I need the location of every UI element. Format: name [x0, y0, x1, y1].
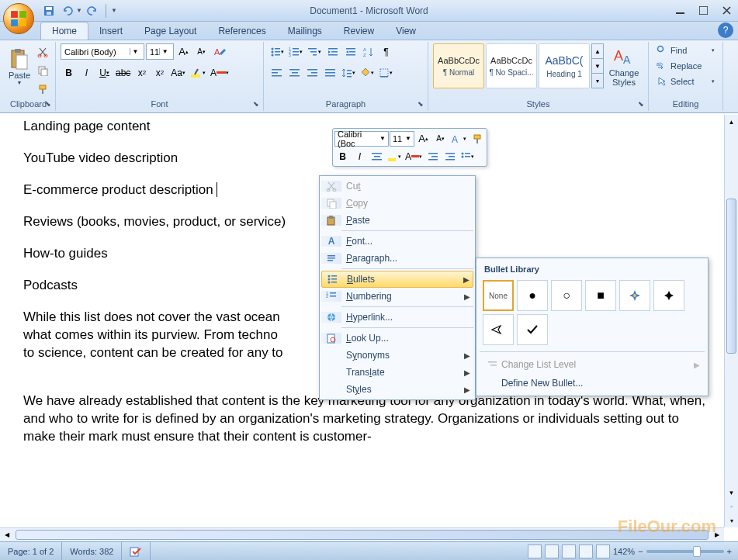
- proofing-button[interactable]: [122, 542, 151, 560]
- undo-dropdown-icon[interactable]: ▼: [76, 7, 82, 14]
- zoom-in-button[interactable]: +: [727, 547, 732, 556]
- mini-shrink-font[interactable]: A▾: [432, 130, 449, 147]
- line-spacing-button[interactable]: ▾: [340, 64, 357, 81]
- multilevel-list-button[interactable]: ▾: [306, 43, 323, 60]
- align-right-button[interactable]: [304, 64, 320, 81]
- mini-outdent[interactable]: [424, 148, 441, 164]
- mini-styles[interactable]: A▾: [449, 130, 468, 147]
- subscript-button[interactable]: x2: [133, 64, 150, 81]
- qat-customize-icon[interactable]: ▼: [111, 7, 117, 14]
- sort-button[interactable]: AZ: [360, 43, 376, 60]
- zoom-out-button[interactable]: −: [638, 547, 643, 556]
- bullets-button[interactable]: ▾: [269, 43, 286, 60]
- styles-expand[interactable]: ▾: [592, 73, 603, 88]
- bullet-disc[interactable]: ●: [517, 280, 548, 311]
- office-button[interactable]: [3, 3, 34, 34]
- menu-font[interactable]: AFont...: [321, 233, 473, 250]
- bullet-square[interactable]: ■: [585, 280, 616, 311]
- underline-button[interactable]: U▾: [96, 64, 113, 81]
- undo-button[interactable]: [59, 2, 76, 19]
- find-button[interactable]: Find▾: [653, 43, 718, 57]
- view-web-layout[interactable]: [562, 544, 576, 558]
- change-styles-button[interactable]: AA Change Styles: [605, 43, 643, 90]
- select-button[interactable]: Select▾: [653, 74, 718, 88]
- mini-bullets[interactable]: ▾: [459, 148, 476, 164]
- maximize-button[interactable]: [691, 3, 715, 19]
- paste-button[interactable]: Paste ▼: [6, 43, 33, 89]
- mini-italic[interactable]: I: [352, 148, 368, 164]
- bullet-none[interactable]: None: [483, 280, 514, 311]
- close-button[interactable]: [715, 3, 738, 19]
- bold-button[interactable]: B: [61, 64, 77, 81]
- tab-page-layout[interactable]: Page Layout: [133, 22, 207, 40]
- mini-grow-font[interactable]: A▴: [415, 130, 431, 147]
- tab-review[interactable]: Review: [333, 22, 385, 40]
- horizontal-scrollbar[interactable]: ◀ ▶: [0, 527, 724, 541]
- scroll-right-icon[interactable]: ▶: [710, 528, 724, 541]
- font-size-combo[interactable]: 11▼: [146, 43, 174, 60]
- font-color-button[interactable]: A▾: [209, 64, 230, 81]
- shading-button[interactable]: ▾: [359, 64, 376, 81]
- styles-scroll-down[interactable]: ▼: [592, 58, 603, 73]
- prev-page-icon[interactable]: ◦: [725, 500, 738, 513]
- menu-synonyms[interactable]: Synonyms▶: [321, 347, 473, 364]
- scroll-thumb-h[interactable]: [16, 530, 709, 540]
- borders-button[interactable]: ▾: [377, 64, 394, 81]
- mini-center[interactable]: [369, 148, 385, 164]
- font-name-combo[interactable]: Calibri (Body)▼: [61, 43, 144, 60]
- shrink-font-button[interactable]: A▾: [193, 43, 210, 60]
- bullet-diamond[interactable]: [653, 280, 684, 311]
- mini-size-combo[interactable]: 11▼: [390, 131, 414, 147]
- align-center-button[interactable]: [286, 64, 303, 81]
- bullet-circle[interactable]: ○: [551, 280, 582, 311]
- scroll-left-icon[interactable]: ◀: [0, 528, 14, 541]
- tab-insert[interactable]: Insert: [88, 22, 133, 40]
- strikethrough-button[interactable]: abc: [114, 64, 132, 81]
- justify-button[interactable]: [322, 64, 338, 81]
- tab-home[interactable]: Home: [40, 22, 88, 40]
- menu-cut[interactable]: Cut: [321, 178, 473, 195]
- highlight-button[interactable]: ▾: [189, 64, 207, 81]
- menu-paragraph[interactable]: Paragraph...: [321, 250, 473, 267]
- mini-font-combo[interactable]: Calibri (Boc▼: [334, 131, 389, 147]
- styles-scroll-up[interactable]: ▲: [592, 44, 603, 58]
- tab-references[interactable]: References: [207, 22, 276, 40]
- show-marks-button[interactable]: ¶: [378, 43, 394, 60]
- help-button[interactable]: ?: [718, 22, 733, 38]
- menu-paste[interactable]: Paste: [321, 212, 473, 229]
- zoom-handle[interactable]: [693, 546, 701, 557]
- save-button[interactable]: [40, 2, 57, 19]
- numbering-button[interactable]: 123▾: [287, 43, 304, 60]
- style-no-spacing[interactable]: AaBbCcDc¶ No Spaci...: [486, 43, 537, 88]
- clipboard-dialog-launcher[interactable]: ⬊: [43, 99, 54, 109]
- change-case-button[interactable]: Aa▾: [169, 64, 187, 81]
- decrease-indent-button[interactable]: [324, 43, 341, 60]
- increase-indent-button[interactable]: [342, 43, 359, 60]
- grow-font-button[interactable]: A▴: [175, 43, 192, 60]
- format-painter-button[interactable]: [34, 81, 51, 98]
- font-dialog-launcher[interactable]: ⬊: [251, 99, 262, 109]
- style-heading-1[interactable]: AaBbC(Heading 1: [539, 43, 590, 88]
- cut-button[interactable]: [34, 43, 51, 60]
- view-outline[interactable]: [579, 544, 593, 558]
- align-left-button[interactable]: [269, 64, 285, 81]
- word-count[interactable]: Words: 382: [62, 542, 122, 560]
- italic-button[interactable]: I: [78, 64, 95, 81]
- page-indicator[interactable]: Page: 1 of 2: [0, 542, 62, 560]
- superscript-button[interactable]: x2: [151, 64, 168, 81]
- scroll-thumb[interactable]: [726, 199, 736, 354]
- mini-format-painter[interactable]: [469, 130, 485, 147]
- tab-mailings[interactable]: Mailings: [277, 22, 333, 40]
- view-print-layout[interactable]: [528, 544, 542, 558]
- replace-button[interactable]: abReplace: [653, 59, 718, 73]
- menu-lookup[interactable]: Look Up...: [321, 330, 473, 347]
- define-new-bullet[interactable]: Define New Bullet...: [480, 374, 705, 392]
- view-full-screen[interactable]: [545, 544, 559, 558]
- clear-formatting-button[interactable]: A: [211, 43, 227, 60]
- menu-copy[interactable]: Copy: [321, 195, 473, 212]
- menu-translate[interactable]: Translate▶: [321, 364, 473, 381]
- bullet-check[interactable]: [517, 314, 548, 345]
- scroll-down-icon[interactable]: ▼: [725, 486, 738, 500]
- styles-dialog-launcher[interactable]: ⬊: [636, 99, 646, 109]
- bullet-4diamond[interactable]: [619, 280, 650, 311]
